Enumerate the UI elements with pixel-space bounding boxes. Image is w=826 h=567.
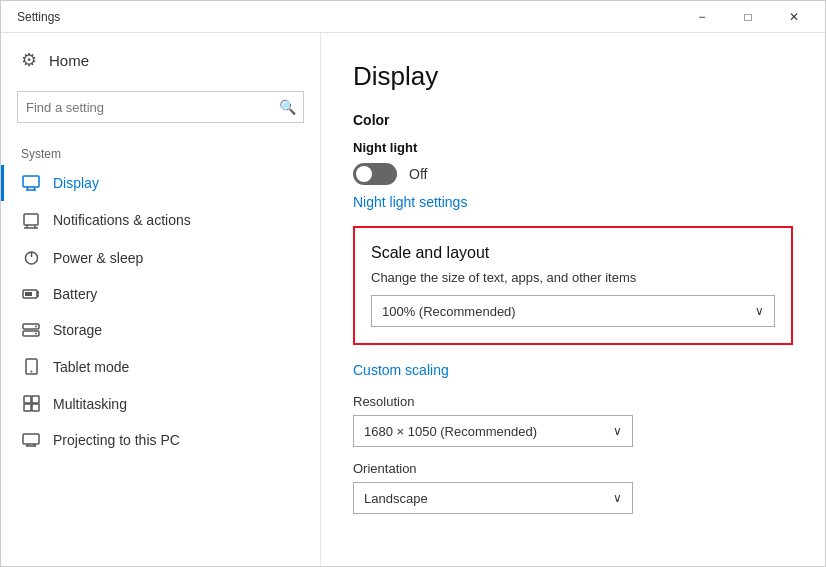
sidebar-item-projecting-label: Projecting to this PC (53, 432, 180, 448)
sidebar-item-power[interactable]: Power & sleep (1, 239, 320, 276)
scale-dropdown-chevron: ∨ (755, 304, 764, 318)
page-title: Display (353, 61, 793, 92)
sidebar-item-multitasking-label: Multitasking (53, 396, 127, 412)
sidebar: ⚙ Home 🔍 System (1, 33, 321, 566)
orientation-label: Orientation (353, 461, 793, 476)
titlebar-title: Settings (17, 10, 60, 24)
sidebar-home-item[interactable]: ⚙ Home (1, 33, 320, 87)
titlebar: Settings − □ ✕ (1, 1, 825, 33)
sidebar-item-notifications[interactable]: Notifications & actions (1, 201, 320, 239)
scale-layout-box: Scale and layout Change the size of text… (353, 226, 793, 345)
sidebar-item-storage-label: Storage (53, 322, 102, 338)
home-label: Home (49, 52, 89, 69)
multitasking-icon (21, 395, 41, 412)
night-light-toggle[interactable] (353, 163, 397, 185)
search-input[interactable] (18, 100, 271, 115)
power-icon (21, 249, 41, 266)
resolution-dropdown[interactable]: 1680 × 1050 (Recommended) ∨ (353, 415, 633, 447)
svg-rect-24 (32, 404, 39, 411)
search-button[interactable]: 🔍 (271, 91, 303, 123)
scale-layout-title: Scale and layout (371, 244, 775, 262)
notifications-icon (21, 211, 41, 229)
svg-rect-4 (24, 214, 38, 225)
search-box: 🔍 (17, 91, 304, 123)
minimize-button[interactable]: − (679, 1, 725, 33)
content-area: ⚙ Home 🔍 System (1, 33, 825, 566)
storage-icon (21, 323, 41, 337)
svg-rect-25 (23, 434, 39, 444)
sidebar-item-tablet[interactable]: Tablet mode (1, 348, 320, 385)
svg-point-17 (35, 326, 37, 328)
orientation-dropdown-chevron: ∨ (613, 491, 622, 505)
sidebar-item-projecting[interactable]: Projecting to this PC (1, 422, 320, 458)
orientation-dropdown-value: Landscape (364, 491, 428, 506)
main-content: Display Color Night light Off Night ligh… (321, 33, 825, 566)
night-light-status: Off (409, 166, 427, 182)
scale-dropdown[interactable]: 100% (Recommended) ∨ (371, 295, 775, 327)
resolution-field-group: Resolution 1680 × 1050 (Recommended) ∨ (353, 394, 793, 447)
settings-window: Settings − □ ✕ ⚙ Home 🔍 System (0, 0, 826, 567)
home-icon: ⚙ (21, 49, 37, 71)
sidebar-item-display[interactable]: Display (1, 165, 320, 201)
resolution-dropdown-chevron: ∨ (613, 424, 622, 438)
night-light-toggle-row: Off (353, 163, 793, 185)
maximize-button[interactable]: □ (725, 1, 771, 33)
sidebar-item-battery[interactable]: Battery (1, 276, 320, 312)
svg-point-20 (30, 371, 32, 373)
svg-point-18 (35, 333, 37, 335)
custom-scaling-link[interactable]: Custom scaling (353, 362, 449, 378)
sidebar-item-battery-label: Battery (53, 286, 97, 302)
color-section-title: Color (353, 112, 793, 128)
resolution-label: Resolution (353, 394, 793, 409)
resolution-dropdown-value: 1680 × 1050 (Recommended) (364, 424, 537, 439)
night-light-settings-link[interactable]: Night light settings (353, 194, 467, 210)
projecting-icon (21, 433, 41, 447)
sidebar-item-display-label: Display (53, 175, 99, 191)
sidebar-item-notifications-label: Notifications & actions (53, 212, 191, 228)
svg-rect-21 (24, 396, 31, 403)
orientation-field-group: Orientation Landscape ∨ (353, 461, 793, 514)
scale-layout-desc: Change the size of text, apps, and other… (371, 270, 775, 285)
sidebar-section-label: System (1, 139, 320, 165)
svg-rect-23 (24, 404, 31, 411)
svg-rect-0 (23, 176, 39, 187)
titlebar-controls: − □ ✕ (679, 1, 817, 33)
sidebar-item-multitasking[interactable]: Multitasking (1, 385, 320, 422)
close-button[interactable]: ✕ (771, 1, 817, 33)
orientation-dropdown[interactable]: Landscape ∨ (353, 482, 633, 514)
sidebar-item-tablet-label: Tablet mode (53, 359, 129, 375)
display-icon (21, 175, 41, 191)
night-light-label: Night light (353, 140, 793, 155)
svg-rect-22 (32, 396, 39, 403)
svg-rect-11 (25, 292, 32, 296)
battery-icon (21, 288, 41, 300)
sidebar-item-power-label: Power & sleep (53, 250, 143, 266)
tablet-icon (21, 358, 41, 375)
sidebar-item-storage[interactable]: Storage (1, 312, 320, 348)
scale-dropdown-value: 100% (Recommended) (382, 304, 516, 319)
